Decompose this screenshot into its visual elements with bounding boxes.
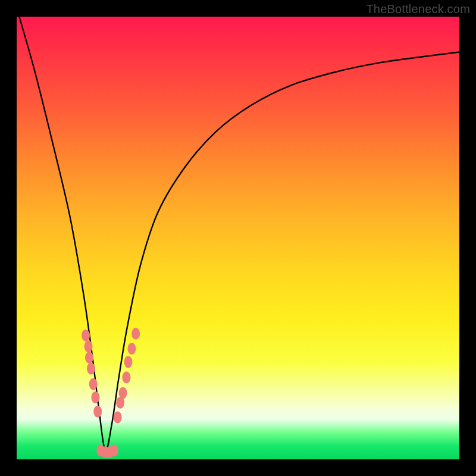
bottleneck-curve xyxy=(17,17,459,451)
right-arm-markers-point xyxy=(114,411,122,423)
left-arm-markers-point xyxy=(89,378,98,390)
right-arm-markers-point xyxy=(123,371,131,383)
left-arm-markers-point xyxy=(91,392,99,403)
left-arm-markers-point xyxy=(87,362,95,374)
curve-path xyxy=(17,17,459,451)
chart-frame: TheBottleneck.com xyxy=(0,0,476,476)
left-arm-markers-point xyxy=(93,406,102,418)
watermark-text: TheBottleneck.com xyxy=(366,2,470,16)
left-arm-markers-point xyxy=(85,352,93,364)
chart-svg xyxy=(17,17,459,459)
chart-plot-area xyxy=(17,17,459,459)
left-arm-markers-point xyxy=(82,330,90,342)
right-arm-markers-point xyxy=(119,387,127,399)
left-arm-markers-point xyxy=(84,340,93,352)
valley-markers-point xyxy=(110,444,118,456)
right-arm-markers-point xyxy=(131,328,140,340)
right-arm-markers-point xyxy=(127,343,136,355)
marker-layer xyxy=(82,328,140,458)
right-arm-markers-point xyxy=(124,356,132,368)
